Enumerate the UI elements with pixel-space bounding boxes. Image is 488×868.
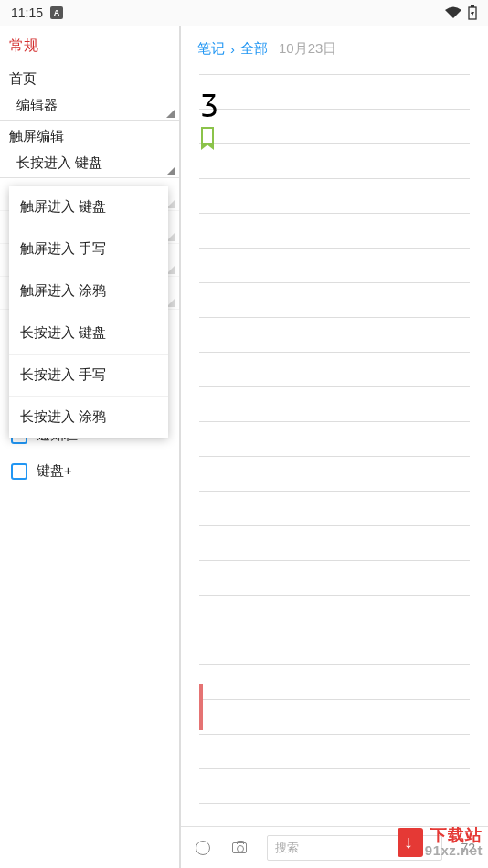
battery-icon (468, 5, 477, 20)
touch-label: 触屏编辑 (0, 121, 179, 149)
checkbox-icon (11, 463, 27, 480)
settings-sidebar: 常规 首页 编辑器 触屏编辑 长按进入 键盘 全屏 设置解锁图案 通知栏 (0, 26, 181, 868)
status-time: 11:15 (11, 5, 43, 20)
status-bar: 11:15 A (0, 0, 488, 26)
checkbox-keyboard-plus[interactable]: 键盘+ (0, 453, 179, 489)
touch-dropdown-menu: 触屏进入 键盘 触屏进入 手写 触屏进入 涂鸦 长按进入 键盘 长按进入 手写 … (9, 186, 168, 438)
breadcrumb-current[interactable]: 全部 (240, 40, 268, 58)
bookmark-icon[interactable] (201, 127, 214, 143)
homepage-spinner[interactable]: 编辑器 (0, 91, 179, 121)
chevron-down-icon (166, 166, 175, 175)
dropdown-item[interactable]: 触屏进入 涂鸦 (9, 270, 168, 312)
handwriting-mark: ʒ (201, 83, 217, 118)
wifi-icon (444, 6, 462, 19)
touch-value: 长按进入 键盘 (16, 154, 102, 172)
dropdown-item[interactable]: 长按进入 涂鸦 (9, 397, 168, 438)
note-canvas[interactable]: ʒ (199, 72, 470, 826)
section-general: 常规 (0, 26, 179, 63)
breadcrumb-date: 10月23日 (279, 40, 336, 58)
breadcrumb: 笔记 › 全部 10月23日 (181, 26, 488, 72)
breadcrumb-sep: › (230, 41, 235, 57)
chevron-down-icon (166, 109, 175, 118)
homepage-label: 首页 (0, 63, 179, 91)
checkbox-label: 键盘+ (37, 462, 72, 480)
homepage-value: 编辑器 (16, 97, 58, 114)
a-icon: A (50, 6, 63, 19)
svg-rect-1 (471, 5, 474, 7)
dropdown-item[interactable]: 触屏进入 键盘 (9, 186, 168, 228)
page-indicator[interactable]: 72 (461, 841, 475, 855)
dropdown-item[interactable]: 长按进入 手写 (9, 355, 168, 397)
breadcrumb-root[interactable]: 笔记 (197, 40, 225, 58)
dropdown-item[interactable]: 长按进入 键盘 (9, 312, 168, 355)
camera-icon[interactable] (230, 839, 249, 857)
dropdown-item[interactable]: 触屏进入 手写 (9, 228, 168, 270)
bottom-toolbar: 搜索 72 (181, 826, 488, 868)
search-input[interactable]: 搜索 (267, 835, 442, 861)
red-marker (199, 684, 203, 730)
record-icon[interactable] (194, 839, 212, 857)
note-content: 笔记 › 全部 10月23日 ʒ 搜索 72 (181, 26, 488, 868)
touch-spinner[interactable]: 长按进入 键盘 (0, 149, 179, 178)
